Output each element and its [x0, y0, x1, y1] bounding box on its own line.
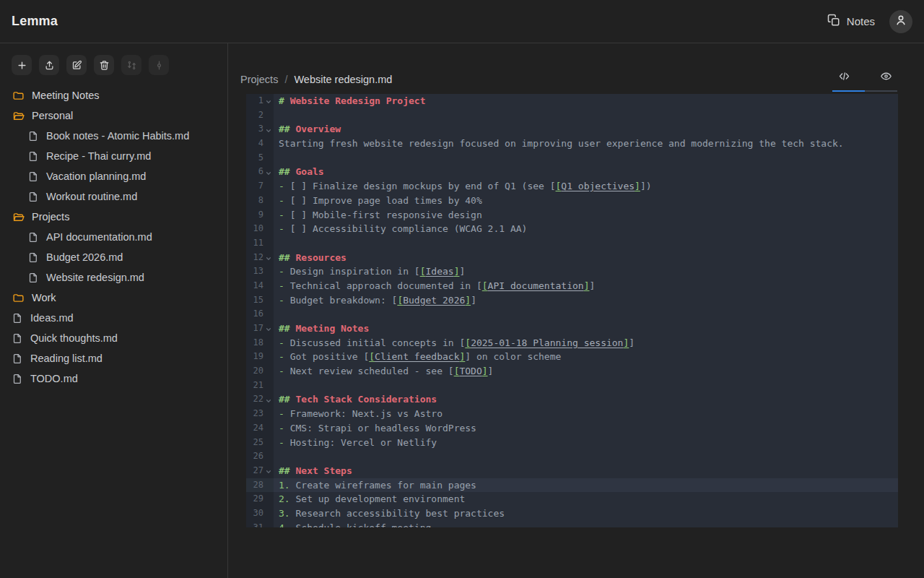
fold-chevron-down-icon[interactable]	[263, 122, 274, 137]
tree-item-label: Vacation planning.md	[46, 171, 146, 182]
notes-button[interactable]: Notes	[827, 14, 875, 29]
fold-gutter	[263, 194, 274, 208]
file-icon	[12, 353, 23, 364]
editor-line[interactable]: 10- [ ] Accessibility compliance (WCAG 2…	[246, 222, 898, 236]
fold-chevron-down-icon[interactable]	[263, 322, 274, 336]
main-header: Projects / Website redesign.md	[228, 43, 924, 94]
line-number: 30	[246, 506, 263, 521]
fold-chevron-down-icon[interactable]	[263, 94, 274, 108]
editor-line[interactable]: 281. Create wireframes for main pages	[246, 478, 898, 493]
tree-folder-work[interactable]: Work	[0, 288, 227, 308]
tree-folder-projects[interactable]: Projects	[0, 207, 227, 227]
tree-file-budget-2026-md[interactable]: Budget 2026.md	[0, 247, 227, 267]
note-toolbar	[0, 55, 227, 85]
editor-line[interactable]: 16	[246, 307, 898, 322]
editor-line[interactable]: 9- [ ] Mobile-first responsive design	[246, 208, 898, 223]
editor-line[interactable]: 23- Framework: Next.js vs Astro	[246, 407, 898, 421]
editor-line[interactable]: 26	[246, 449, 898, 464]
editor-line[interactable]: 18- Discussed initial concepts in [[2025…	[246, 336, 898, 350]
line-content: - Discussed initial concepts in [[2025-0…	[274, 336, 898, 350]
line-content: - CMS: Strapi or headless WordPress	[274, 421, 898, 436]
breadcrumb-parent[interactable]: Projects	[240, 74, 278, 85]
editor-line[interactable]: 27## Next Steps	[246, 464, 898, 478]
tree-file-workout-routine-md[interactable]: Workout routine.md	[0, 186, 227, 207]
tree-item-label: TODO.md	[30, 373, 78, 384]
file-icon	[28, 171, 39, 182]
fold-chevron-down-icon[interactable]	[263, 464, 274, 478]
tree-file-api-documentation-md[interactable]: API documentation.md	[0, 227, 227, 247]
fold-chevron-down-icon[interactable]	[263, 392, 274, 407]
upload-button[interactable]	[39, 55, 59, 75]
editor-line[interactable]: 3## Overview	[246, 122, 898, 137]
editor-line[interactable]: 25- Hosting: Vercel or Netlify	[246, 436, 898, 450]
tree-item-label: Website redesign.md	[46, 272, 144, 283]
line-number: 18	[246, 336, 263, 350]
editor-line[interactable]: 15- Budget breakdown: [[Budget 2026]]	[246, 293, 898, 308]
editor-line[interactable]: 6## Goals	[246, 165, 898, 179]
compare-icon	[126, 60, 137, 71]
notes-button-label: Notes	[847, 15, 875, 27]
tree-folder-personal[interactable]: Personal	[0, 105, 227, 126]
tree-file-website-redesign-md[interactable]: Website redesign.md	[0, 267, 227, 288]
line-content: 2. Set up development environment	[274, 492, 898, 506]
editor-line[interactable]: 2	[246, 108, 898, 123]
editor-line[interactable]: 12## Resources	[246, 251, 898, 265]
edit-icon	[71, 60, 82, 71]
editor-line[interactable]: 14- Technical approach documented in [[A…	[246, 279, 898, 293]
new-note-button[interactable]	[12, 55, 32, 75]
tree-file-ideas-md[interactable]: Ideas.md	[0, 308, 227, 328]
folder-closed-icon	[12, 292, 25, 304]
line-number: 2	[246, 108, 263, 123]
editor-line[interactable]: 314. Schedule kickoff meeting	[246, 521, 898, 527]
editor-line[interactable]: 22## Tech Stack Considerations	[246, 392, 898, 407]
line-number: 28	[246, 478, 263, 493]
editor-line[interactable]: 11	[246, 236, 898, 251]
fold-gutter	[263, 421, 274, 436]
line-content: - [ ] Mobile-first responsive design	[274, 208, 898, 223]
editor-line[interactable]: 24- CMS: Strapi or headless WordPress	[246, 421, 898, 436]
editor-line[interactable]: 20- Next review scheduled - see [[TODO]]	[246, 364, 898, 379]
line-number: 22	[246, 392, 263, 407]
line-number: 11	[246, 236, 263, 251]
tree-item-label: Projects	[32, 211, 69, 223]
editor-line[interactable]: 303. Research accessibility best practic…	[246, 506, 898, 521]
line-number: 31	[246, 521, 263, 527]
fold-gutter	[263, 407, 274, 421]
editor-line[interactable]: 8- [ ] Improve page load times by 40%	[246, 194, 898, 208]
tree-item-label: Meeting Notes	[32, 90, 100, 101]
tab-source[interactable]	[833, 68, 855, 85]
rename-button[interactable]	[66, 55, 87, 75]
file-icon	[28, 272, 39, 283]
editor-line[interactable]: 17## Meeting Notes	[246, 322, 898, 336]
tree-file-vacation-planning-md[interactable]: Vacation planning.md	[0, 166, 227, 186]
tree-file-todo-md[interactable]: TODO.md	[0, 368, 227, 389]
line-content: - Next review scheduled - see [[TODO]]	[274, 364, 898, 379]
tree-folder-meeting-notes[interactable]: Meeting Notes	[0, 85, 227, 105]
tree-file-book-notes-atomic-habits-md[interactable]: Book notes - Atomic Habits.md	[0, 126, 227, 146]
fold-chevron-down-icon[interactable]	[263, 251, 274, 265]
delete-button[interactable]	[94, 55, 114, 75]
tree-file-quick-thoughts-md[interactable]: Quick thoughts.md	[0, 328, 227, 348]
line-number: 16	[246, 307, 263, 322]
breadcrumb-separator: /	[284, 74, 287, 85]
editor-line[interactable]: 292. Set up development environment	[246, 492, 898, 506]
editor-line[interactable]: 1# Website Redesign Project	[246, 94, 898, 108]
line-content: 4. Schedule kickoff meeting	[274, 521, 898, 527]
editor-line[interactable]: 5	[246, 151, 898, 165]
tab-preview[interactable]	[875, 68, 897, 85]
editor-line[interactable]: 19- Got positive [[Client feedback]] on …	[246, 350, 898, 364]
editor-line[interactable]: 13- Design inspiration in [[Ideas]]	[246, 264, 898, 279]
editor-line[interactable]: 7- [ ] Finalize design mockups by end of…	[246, 179, 898, 194]
folder-open-icon	[12, 211, 25, 223]
line-number: 29	[246, 492, 263, 506]
editor-line[interactable]: 21	[246, 379, 898, 393]
tree-file-reading-list-md[interactable]: Reading list.md	[0, 348, 227, 368]
avatar[interactable]	[889, 10, 912, 33]
editor-line[interactable]: 4Starting fresh website redesign focused…	[246, 137, 898, 151]
line-content	[274, 307, 898, 322]
fold-gutter	[263, 449, 274, 464]
markdown-editor[interactable]: 1# Website Redesign Project23## Overview…	[246, 94, 898, 527]
file-icon	[28, 232, 39, 243]
tree-file-recipe-thai-curry-md[interactable]: Recipe - Thai curry.md	[0, 146, 227, 166]
fold-chevron-down-icon[interactable]	[263, 165, 274, 179]
